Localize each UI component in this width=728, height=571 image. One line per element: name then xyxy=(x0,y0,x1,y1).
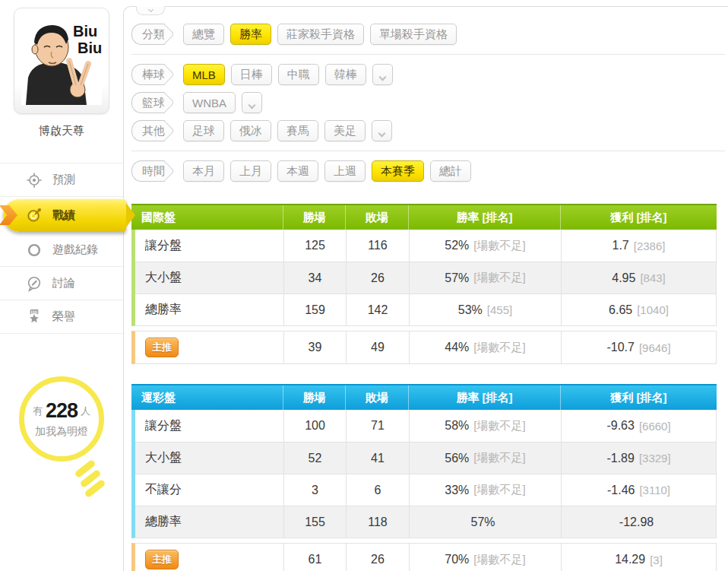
row-label: 讓分盤 xyxy=(135,230,283,262)
winrate-value: 53% xyxy=(458,303,483,317)
filter-option-cpbl[interactable]: 中職 xyxy=(278,64,319,85)
sidebar: Biu Biu 博啟天尊 xyxy=(0,0,123,571)
table-row: 總勝率 159 142 53%[455] 6.65[1040] xyxy=(135,293,716,325)
medal-star-icon xyxy=(26,309,43,325)
table-row: 讓分盤 125 116 52%[場數不足] 1.7[2386] xyxy=(135,230,716,262)
sidebar-item-game-history[interactable]: 遊戲紀錄 xyxy=(0,233,123,267)
lightbulb-icon: 有 228 人 加我為明燈 xyxy=(19,376,104,462)
sidebar-item-label: 預測 xyxy=(52,173,75,187)
more-other-button[interactable] xyxy=(372,120,392,141)
filter-option-nfl[interactable]: 美足 xyxy=(324,120,366,141)
table-title: 運彩盤 xyxy=(131,385,283,410)
filter-option-total[interactable]: 總計 xyxy=(430,160,471,182)
profit-rank: [3110] xyxy=(639,484,670,496)
filter-label-basketball: 籃球 xyxy=(131,92,165,113)
main-content: 分類 總覽 勝率 莊家殺手資格 單場殺手資格 棒球 MLB 日棒 中職 韓棒 籃… xyxy=(123,6,728,571)
filter-option-this-month[interactable]: 本月 xyxy=(183,160,224,182)
losses-value: 26 xyxy=(346,544,409,571)
table-row: 大小盤 34 26 57%[場數不足] 4.95[843] xyxy=(135,262,716,293)
filter-option-npb[interactable]: 日棒 xyxy=(231,64,272,85)
filter-label-other: 其他 xyxy=(131,120,165,141)
profit-value: -9.63 xyxy=(606,419,634,433)
chevron-down-icon xyxy=(147,7,153,12)
sidebar-item-label: 遊戲紀錄 xyxy=(52,243,98,257)
column-header-winrate-rank: 勝率 [排名] xyxy=(408,205,560,230)
profit-value: 14.29 xyxy=(615,553,645,566)
row-label: 大小盤 xyxy=(135,262,283,293)
filter-option-winrate[interactable]: 勝率 xyxy=(230,24,271,45)
avatar[interactable]: Biu Biu xyxy=(14,8,109,114)
more-baseball-button[interactable] xyxy=(372,64,393,85)
winrate-value: 44% xyxy=(445,341,469,354)
lamp-follower-widget[interactable]: 有 228 人 加我為明燈 xyxy=(0,376,123,521)
wins-value: 159 xyxy=(283,294,346,325)
chevron-down-icon xyxy=(248,101,256,109)
svg-text:Biu: Biu xyxy=(78,40,102,56)
filter-option-this-week[interactable]: 本週 xyxy=(277,160,318,182)
losses-value: 116 xyxy=(346,230,409,262)
profit-value: -12.98 xyxy=(619,515,654,529)
sports-lottery-table: 運彩盤 勝場 敗場 勝率 [排名] 獲利 [排名] 讓分盤 100 71 58%… xyxy=(131,384,717,571)
table-row: 大小盤 52 41 56%[場數不足] -1.89[3329] xyxy=(135,442,716,474)
profit-value: 4.95 xyxy=(612,271,635,285)
profit-value: 6.65 xyxy=(609,303,632,317)
filter-option-single-killer[interactable]: 單場殺手資格 xyxy=(370,24,457,45)
filter-label-time: 時間 xyxy=(131,160,165,182)
winrate-note: [場數不足] xyxy=(473,419,525,433)
wins-value: 61 xyxy=(283,544,346,571)
more-basketball-button[interactable] xyxy=(242,92,262,113)
filter-label-baseball: 棒球 xyxy=(131,64,165,85)
sidebar-item-honors[interactable]: 榮譽 xyxy=(0,300,123,334)
filter-label-category: 分類 xyxy=(131,24,165,45)
losses-value: 142 xyxy=(346,294,409,325)
sidebar-item-label: 戰績 xyxy=(52,208,75,223)
divider xyxy=(131,151,725,151)
circle-icon xyxy=(26,242,43,259)
filter-option-khl[interactable]: 俄冰 xyxy=(230,120,271,141)
filter-option-banker-killer[interactable]: 莊家殺手資格 xyxy=(277,24,364,45)
wins-value: 100 xyxy=(283,410,346,442)
filter-option-last-week[interactable]: 上週 xyxy=(324,160,366,182)
filter-option-this-season[interactable]: 本賽季 xyxy=(372,160,424,182)
winrate-note: [場數不足] xyxy=(473,553,525,567)
profit-value: -1.46 xyxy=(607,484,635,497)
profit-value: 1.7 xyxy=(612,239,629,252)
chat-pencil-icon xyxy=(26,275,43,292)
filter-option-wnba[interactable]: WNBA xyxy=(183,92,236,113)
losses-value: 49 xyxy=(346,331,409,363)
sidebar-item-discussion[interactable]: 討論 xyxy=(0,267,123,300)
sidebar-item-records[interactable]: 戰績 xyxy=(3,198,126,232)
profit-rank: [843] xyxy=(640,271,665,284)
filter-option-soccer[interactable]: 足球 xyxy=(183,120,224,141)
table-row: 讓分盤 100 71 58%[場數不足] -9.63[6660] xyxy=(135,410,716,442)
winrate-value: 33% xyxy=(445,484,469,497)
filter-row-baseball: 棒球 MLB 日棒 中職 韓棒 xyxy=(131,64,728,85)
wins-value: 39 xyxy=(283,331,346,363)
filter-option-overview[interactable]: 總覽 xyxy=(183,24,224,45)
filter-option-horse-racing[interactable]: 賽馬 xyxy=(277,120,318,141)
chevron-down-icon xyxy=(378,129,386,137)
winrate-value: 58% xyxy=(445,419,469,433)
table-row: 總勝率 155 118 57% -12.98 xyxy=(135,506,716,538)
page: Biu Biu 博啟天尊 xyxy=(0,0,728,571)
follower-count: 228 xyxy=(46,399,78,423)
row-label: 讓分盤 xyxy=(135,410,283,442)
winrate-note: [場數不足] xyxy=(473,451,525,465)
profit-rank: [3] xyxy=(650,554,663,566)
filter-option-mlb[interactable]: MLB xyxy=(183,64,225,85)
filter-option-last-month[interactable]: 上月 xyxy=(230,160,271,182)
wins-value: 34 xyxy=(283,262,346,293)
row-label: 大小盤 xyxy=(135,443,283,474)
filter-row-basketball: 籃球 WNBA xyxy=(131,92,728,113)
collapse-panel-tab[interactable] xyxy=(136,6,165,15)
sidebar-item-predict[interactable]: 預測 xyxy=(0,163,123,197)
filter-option-kbo[interactable]: 韓棒 xyxy=(325,64,366,85)
avatar-cartoon-image: Biu Biu xyxy=(21,17,102,105)
winrate-value: 57% xyxy=(470,515,495,529)
wins-value: 3 xyxy=(283,474,346,506)
svg-text:Biu: Biu xyxy=(73,23,97,40)
profit-value: -1.89 xyxy=(606,452,634,465)
table-title: 國際盤 xyxy=(131,205,283,230)
profit-rank: [1040] xyxy=(637,303,669,316)
divider xyxy=(131,54,725,55)
